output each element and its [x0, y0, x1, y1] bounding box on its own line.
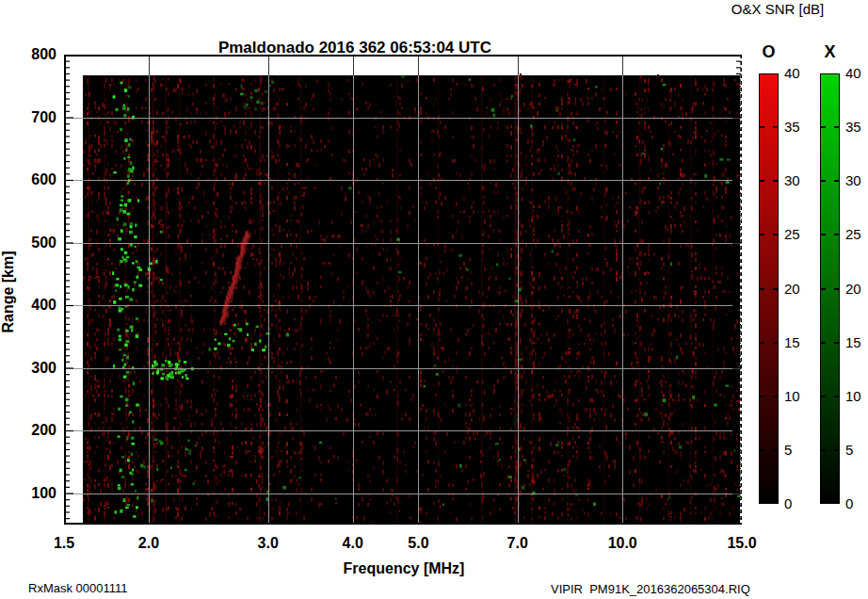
- rxmask-label: RxMask 00001111: [28, 581, 128, 595]
- x-tick-label: 5.0: [393, 534, 443, 553]
- colorbar-tick-label: 25: [845, 226, 868, 243]
- ionogram-app: { "header": { "title": "Pmaldonado 2016 …: [0, 0, 868, 599]
- colorbar-tick-label: 10: [845, 388, 868, 405]
- colorbar-tick-mark: [820, 180, 826, 182]
- colorbar-tick-label: 35: [784, 119, 816, 136]
- colorbar-tick-label: 30: [784, 172, 816, 189]
- colorbar-tick-label: 10: [784, 388, 816, 405]
- colorbar-tick-label: 25: [784, 226, 816, 243]
- y-tick-label: 400: [15, 296, 56, 315]
- source-file-label: VIPIR PM91K_2016362065304.RIQ: [551, 582, 750, 596]
- y-tick-label: 700: [15, 108, 56, 127]
- colorbar-tick-mark: [834, 449, 840, 451]
- colorbar-tick-label: 0: [784, 495, 816, 512]
- colorbar-tick-mark: [773, 449, 779, 451]
- colorbar-tick-label: 15: [784, 334, 816, 351]
- colorbar-tick-mark: [759, 234, 764, 235]
- colorbar-tick-label: 20: [784, 281, 816, 298]
- x-tick-label: 4.0: [328, 534, 378, 553]
- colorbar-tick-mark: [773, 126, 779, 128]
- colorbar-tick-label: 5: [845, 442, 868, 459]
- colorbar-tick-mark: [759, 180, 764, 182]
- y-tick-label: 600: [15, 170, 56, 189]
- y-tick-label: 500: [15, 234, 56, 252]
- x-axis-label: Frequency [MHz]: [319, 560, 489, 577]
- colorbar-tick-mark: [759, 449, 764, 451]
- colorbar-x-header: X: [819, 42, 841, 62]
- y-tick-label: 100: [15, 484, 56, 503]
- colorbar-tick-mark: [834, 342, 840, 344]
- colorbar-tick-mark: [820, 396, 826, 397]
- colorbar-tick-label: 15: [845, 334, 868, 351]
- colorbar-tick-label: 35: [845, 119, 868, 136]
- colorbar-tick-label: 40: [845, 65, 868, 82]
- x-tick-label: 1.5: [39, 534, 89, 553]
- colorbar-tick-mark: [834, 396, 840, 397]
- colorbar-tick-mark: [820, 288, 826, 290]
- colorbar-tick-mark: [820, 449, 826, 451]
- colorbar-tick-mark: [773, 342, 779, 344]
- y-tick-label: 200: [15, 421, 56, 440]
- colorbar-tick-mark: [834, 234, 840, 235]
- x-tick-label: 15.0: [716, 534, 767, 553]
- colorbar-tick-mark: [834, 288, 840, 290]
- y-tick-label: 300: [15, 359, 56, 378]
- colorbar-tick-mark: [759, 396, 764, 397]
- ionogram-canvas: [64, 55, 742, 525]
- x-tick-label: 7.0: [492, 534, 543, 553]
- colorbar-title: O&X SNR [dB]: [697, 1, 859, 17]
- colorbar-tick-mark: [834, 180, 840, 182]
- colorbar-tick-mark: [820, 126, 826, 128]
- colorbar-tick-label: 0: [845, 495, 868, 512]
- colorbar-tick-mark: [759, 288, 764, 290]
- x-tick-label: 3.0: [243, 534, 294, 553]
- colorbar-tick-label: 40: [784, 65, 816, 82]
- x-tick-label: 2.0: [123, 534, 174, 553]
- colorbar-tick-mark: [759, 342, 764, 344]
- colorbar-tick-label: 30: [845, 172, 868, 189]
- colorbar-tick-mark: [773, 396, 779, 397]
- colorbar-tick-mark: [820, 234, 826, 235]
- colorbar-tick-mark: [773, 234, 779, 235]
- colorbar-tick-mark: [820, 342, 826, 344]
- colorbar-tick-mark: [773, 288, 779, 290]
- colorbar-o-header: O: [758, 42, 780, 62]
- colorbar-tick-mark: [834, 126, 840, 128]
- colorbar-tick-mark: [773, 180, 779, 182]
- colorbar-tick-label: 5: [784, 442, 816, 459]
- y-tick-label: 800: [15, 45, 56, 64]
- colorbar-tick-label: 20: [845, 281, 868, 298]
- x-tick-label: 10.0: [597, 534, 648, 553]
- colorbar-tick-mark: [759, 126, 764, 128]
